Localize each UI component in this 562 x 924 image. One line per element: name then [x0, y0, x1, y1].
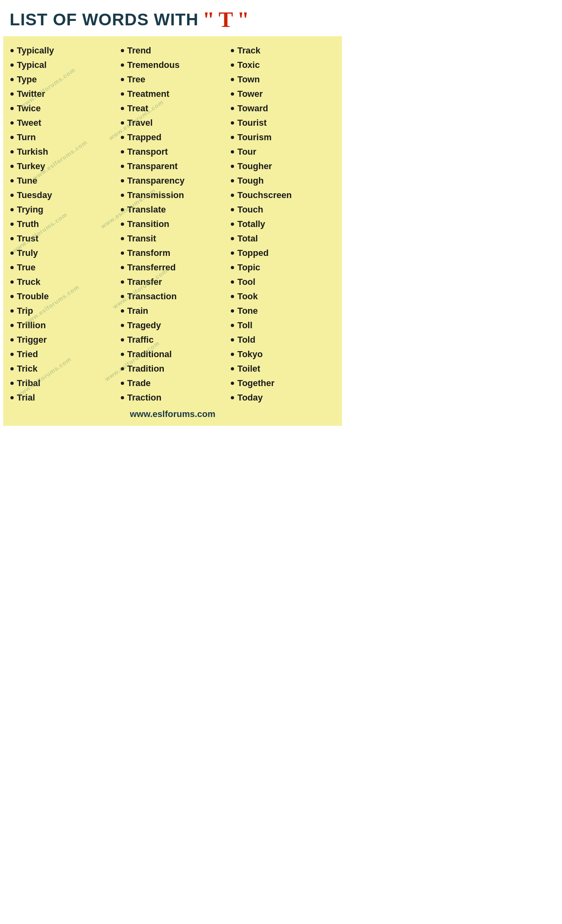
word-item: Train [121, 304, 225, 318]
word-label: Transmission [127, 190, 184, 200]
word-item: Topped [231, 246, 335, 260]
word-item: Tweet [10, 116, 114, 130]
bullet-icon [121, 223, 124, 226]
bullet-icon [231, 280, 234, 284]
bullet-icon [231, 63, 234, 67]
word-item: Together [231, 376, 335, 390]
word-item: Trip [10, 304, 114, 318]
bullet-icon [231, 367, 234, 370]
word-label: Truly [17, 248, 38, 258]
word-item: Told [231, 333, 335, 347]
word-label: Truck [17, 277, 41, 287]
bullet-icon [10, 78, 14, 81]
footer-url: www.eslforums.com [10, 405, 335, 422]
word-item: Tour [231, 145, 335, 159]
word-label: Transferred [127, 262, 176, 273]
word-columns: TypicallyTypicalTypeTwitterTwiceTweetTur… [7, 43, 338, 405]
column-3: TrackToxicTownTowerTowardTouristTourismT… [228, 43, 338, 405]
word-item: Transaction [121, 289, 225, 304]
word-item: Toll [231, 318, 335, 333]
bullet-icon [231, 382, 234, 385]
word-item: Transport [121, 145, 225, 159]
bullet-icon [10, 208, 14, 211]
word-item: Trigger [10, 333, 114, 347]
word-item: Truth [10, 217, 114, 231]
word-label: Tune [17, 176, 37, 186]
word-item: Treat [121, 101, 225, 116]
bullet-icon [10, 92, 14, 96]
bullet-icon [121, 367, 124, 370]
word-item: Tower [231, 87, 335, 101]
word-item: Truck [10, 275, 114, 289]
word-label: Toward [237, 103, 268, 114]
bullet-icon [10, 121, 14, 125]
bullet-icon [231, 136, 234, 139]
word-label: Treatment [127, 89, 169, 99]
word-label: Touch [237, 204, 263, 215]
bullet-icon [121, 92, 124, 96]
word-label: Town [237, 74, 260, 85]
word-label: Transparency [127, 176, 185, 186]
bullet-icon [231, 338, 234, 341]
word-label: Tone [237, 306, 258, 316]
word-label: Tradition [127, 364, 165, 374]
word-label: Translate [127, 204, 166, 215]
bullet-icon [10, 179, 14, 182]
bullet-icon [10, 367, 14, 370]
word-item: Trial [10, 390, 114, 405]
word-item: Toward [231, 101, 335, 116]
word-item: Today [231, 390, 335, 405]
bullet-icon [231, 179, 234, 182]
bullet-icon [121, 309, 124, 313]
word-item: Transferred [121, 260, 225, 275]
word-item: True [10, 260, 114, 275]
word-item: Traditional [121, 347, 225, 362]
bullet-icon [231, 295, 234, 298]
word-label: Typically [17, 45, 54, 56]
word-label: Tough [237, 176, 264, 186]
page-header: LIST OF WORDS WITH "T" [0, 0, 345, 36]
word-label: Turkey [17, 161, 45, 172]
word-label: Together [237, 378, 274, 388]
word-item: Trick [10, 362, 114, 376]
bullet-icon [121, 121, 124, 125]
bullet-icon [10, 165, 14, 168]
word-label: Trigger [17, 335, 47, 345]
word-item: Tough [231, 174, 335, 188]
word-item: Town [231, 72, 335, 87]
word-item: Totally [231, 217, 335, 231]
word-label: Total [237, 233, 258, 244]
word-item: Tragedy [121, 318, 225, 333]
word-label: Track [237, 45, 261, 56]
word-label: Transfer [127, 277, 162, 287]
bullet-icon [231, 121, 234, 125]
word-label: Twice [17, 103, 41, 114]
word-label: Traditional [127, 349, 172, 360]
word-label: Trying [17, 204, 43, 215]
bullet-icon [121, 150, 124, 153]
word-label: Tree [127, 74, 145, 85]
word-item: Traffic [121, 333, 225, 347]
word-label: Transport [127, 147, 168, 157]
bullet-icon [231, 194, 234, 197]
word-label: Toll [237, 320, 252, 331]
bullet-icon [121, 136, 124, 139]
bullet-icon [121, 237, 124, 240]
word-label: Travel [127, 118, 153, 128]
word-label: Transform [127, 248, 171, 258]
bullet-icon [121, 382, 124, 385]
word-item: Tougher [231, 159, 335, 174]
word-label: Trust [17, 233, 39, 244]
bullet-icon [121, 179, 124, 182]
word-label: True [17, 262, 35, 273]
bullet-icon [231, 266, 234, 269]
word-item: Turkey [10, 159, 114, 174]
bullet-icon [121, 280, 124, 284]
word-item: Twice [10, 101, 114, 116]
word-item: Truly [10, 246, 114, 260]
word-label: Train [127, 306, 149, 316]
bullet-icon [121, 78, 124, 81]
bullet-icon [231, 49, 234, 52]
word-label: Topic [237, 262, 260, 273]
word-item: Transparent [121, 159, 225, 174]
